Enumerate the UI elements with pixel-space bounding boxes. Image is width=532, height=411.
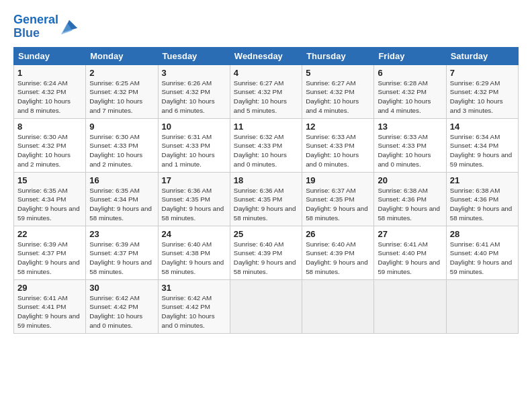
day-number: 10 (162, 122, 226, 132)
day-number: 29 (17, 283, 82, 293)
day-info: Sunrise: 6:26 AM Sunset: 4:32 PM Dayligh… (162, 79, 226, 116)
day-info: Sunrise: 6:31 AM Sunset: 4:33 PM Dayligh… (162, 132, 226, 169)
weekday-header-friday: Friday (374, 47, 446, 64)
day-info: Sunrise: 6:35 AM Sunset: 4:34 PM Dayligh… (89, 186, 154, 223)
day-number: 14 (450, 122, 515, 132)
day-info: Sunrise: 6:28 AM Sunset: 4:32 PM Dayligh… (378, 79, 442, 116)
day-number: 17 (162, 175, 226, 185)
calendar-cell (230, 279, 302, 333)
calendar-cell (374, 279, 446, 333)
calendar-cell: 5 Sunrise: 6:27 AM Sunset: 4:32 PM Dayli… (302, 64, 374, 118)
day-info: Sunrise: 6:40 AM Sunset: 4:39 PM Dayligh… (306, 240, 370, 277)
day-number: 12 (306, 122, 370, 132)
day-number: 25 (234, 229, 298, 239)
day-number: 9 (89, 122, 154, 132)
calendar-cell: 27 Sunrise: 6:41 AM Sunset: 4:40 PM Dayl… (374, 226, 446, 279)
weekday-header-thursday: Thursday (302, 47, 374, 64)
day-info: Sunrise: 6:34 AM Sunset: 4:34 PM Dayligh… (450, 132, 515, 169)
calendar-cell: 8 Sunrise: 6:30 AM Sunset: 4:32 PM Dayli… (14, 118, 86, 172)
calendar-cell: 9 Sunrise: 6:30 AM Sunset: 4:33 PM Dayli… (86, 118, 158, 172)
week-row-4: 22 Sunrise: 6:39 AM Sunset: 4:37 PM Dayl… (14, 226, 519, 279)
day-info: Sunrise: 6:32 AM Sunset: 4:33 PM Dayligh… (234, 132, 298, 169)
day-number: 27 (378, 229, 442, 239)
calendar-cell: 18 Sunrise: 6:36 AM Sunset: 4:35 PM Dayl… (230, 172, 302, 226)
calendar-cell: 2 Sunrise: 6:25 AM Sunset: 4:32 PM Dayli… (86, 64, 158, 118)
day-info: Sunrise: 6:41 AM Sunset: 4:41 PM Dayligh… (17, 293, 82, 330)
weekday-header-tuesday: Tuesday (158, 47, 230, 64)
calendar-cell: 7 Sunrise: 6:29 AM Sunset: 4:32 PM Dayli… (446, 64, 518, 118)
day-info: Sunrise: 6:38 AM Sunset: 4:36 PM Dayligh… (378, 186, 442, 223)
day-number: 3 (162, 68, 226, 78)
calendar-cell: 22 Sunrise: 6:39 AM Sunset: 4:37 PM Dayl… (14, 226, 86, 279)
calendar-cell: 19 Sunrise: 6:37 AM Sunset: 4:35 PM Dayl… (302, 172, 374, 226)
day-info: Sunrise: 6:27 AM Sunset: 4:32 PM Dayligh… (306, 79, 370, 116)
week-row-1: 1 Sunrise: 6:24 AM Sunset: 4:32 PM Dayli… (14, 64, 519, 118)
weekday-header-saturday: Saturday (446, 47, 518, 64)
calendar-cell: 20 Sunrise: 6:38 AM Sunset: 4:36 PM Dayl… (374, 172, 446, 226)
day-info: Sunrise: 6:37 AM Sunset: 4:35 PM Dayligh… (306, 186, 370, 223)
header: General Blue (13, 11, 519, 40)
day-number: 5 (306, 68, 370, 78)
day-number: 22 (17, 229, 82, 239)
logo-text: General Blue (13, 13, 58, 40)
day-number: 2 (89, 68, 154, 78)
day-info: Sunrise: 6:39 AM Sunset: 4:37 PM Dayligh… (89, 240, 154, 277)
calendar-cell: 15 Sunrise: 6:35 AM Sunset: 4:34 PM Dayl… (14, 172, 86, 226)
calendar-cell: 3 Sunrise: 6:26 AM Sunset: 4:32 PM Dayli… (158, 64, 230, 118)
calendar-cell: 21 Sunrise: 6:38 AM Sunset: 4:36 PM Dayl… (446, 172, 518, 226)
calendar-table: SundayMondayTuesdayWednesdayThursdayFrid… (13, 47, 519, 334)
day-info: Sunrise: 6:27 AM Sunset: 4:32 PM Dayligh… (234, 79, 298, 116)
calendar-cell: 29 Sunrise: 6:41 AM Sunset: 4:41 PM Dayl… (14, 279, 86, 333)
day-number: 8 (17, 122, 82, 132)
day-number: 4 (234, 68, 298, 78)
calendar-cell: 25 Sunrise: 6:40 AM Sunset: 4:39 PM Dayl… (230, 226, 302, 279)
day-number: 24 (162, 229, 226, 239)
day-info: Sunrise: 6:33 AM Sunset: 4:33 PM Dayligh… (378, 132, 442, 169)
calendar-cell: 11 Sunrise: 6:32 AM Sunset: 4:33 PM Dayl… (230, 118, 302, 172)
calendar-cell: 13 Sunrise: 6:33 AM Sunset: 4:33 PM Dayl… (374, 118, 446, 172)
day-number: 26 (306, 229, 370, 239)
day-number: 16 (89, 175, 154, 185)
page: General Blue SundayMondayTuesdayWednesda… (0, 0, 532, 411)
day-info: Sunrise: 6:42 AM Sunset: 4:42 PM Dayligh… (89, 293, 154, 330)
calendar-cell: 17 Sunrise: 6:36 AM Sunset: 4:35 PM Dayl… (158, 172, 230, 226)
calendar-cell: 16 Sunrise: 6:35 AM Sunset: 4:34 PM Dayl… (86, 172, 158, 226)
weekday-header-wednesday: Wednesday (230, 47, 302, 64)
day-info: Sunrise: 6:41 AM Sunset: 4:40 PM Dayligh… (378, 240, 442, 277)
day-info: Sunrise: 6:24 AM Sunset: 4:32 PM Dayligh… (17, 79, 82, 116)
calendar-cell: 4 Sunrise: 6:27 AM Sunset: 4:32 PM Dayli… (230, 64, 302, 118)
calendar-cell: 10 Sunrise: 6:31 AM Sunset: 4:33 PM Dayl… (158, 118, 230, 172)
weekday-header-monday: Monday (86, 47, 158, 64)
day-number: 19 (306, 175, 370, 185)
calendar-cell: 24 Sunrise: 6:40 AM Sunset: 4:38 PM Dayl… (158, 226, 230, 279)
day-number: 1 (17, 68, 82, 78)
day-number: 21 (450, 175, 515, 185)
day-number: 6 (378, 68, 442, 78)
calendar-cell: 31 Sunrise: 6:42 AM Sunset: 4:42 PM Dayl… (158, 279, 230, 333)
calendar-cell (446, 279, 518, 333)
weekday-header-sunday: Sunday (14, 47, 86, 64)
day-info: Sunrise: 6:40 AM Sunset: 4:39 PM Dayligh… (234, 240, 298, 277)
day-number: 13 (378, 122, 442, 132)
week-row-5: 29 Sunrise: 6:41 AM Sunset: 4:41 PM Dayl… (14, 279, 519, 333)
logo: General Blue (13, 13, 79, 40)
calendar-cell: 23 Sunrise: 6:39 AM Sunset: 4:37 PM Dayl… (86, 226, 158, 279)
calendar-cell: 30 Sunrise: 6:42 AM Sunset: 4:42 PM Dayl… (86, 279, 158, 333)
calendar-cell (302, 279, 374, 333)
day-info: Sunrise: 6:39 AM Sunset: 4:37 PM Dayligh… (17, 240, 82, 277)
day-info: Sunrise: 6:40 AM Sunset: 4:38 PM Dayligh… (162, 240, 226, 277)
week-row-2: 8 Sunrise: 6:30 AM Sunset: 4:32 PM Dayli… (14, 118, 519, 172)
day-info: Sunrise: 6:30 AM Sunset: 4:33 PM Dayligh… (89, 132, 154, 169)
day-info: Sunrise: 6:36 AM Sunset: 4:35 PM Dayligh… (162, 186, 226, 223)
day-info: Sunrise: 6:36 AM Sunset: 4:35 PM Dayligh… (234, 186, 298, 223)
day-number: 18 (234, 175, 298, 185)
day-info: Sunrise: 6:25 AM Sunset: 4:32 PM Dayligh… (89, 79, 154, 116)
weekday-header-row: SundayMondayTuesdayWednesdayThursdayFrid… (14, 47, 519, 64)
day-number: 7 (450, 68, 515, 78)
day-number: 11 (234, 122, 298, 132)
day-info: Sunrise: 6:30 AM Sunset: 4:32 PM Dayligh… (17, 132, 82, 169)
day-number: 30 (89, 283, 154, 293)
calendar-cell: 26 Sunrise: 6:40 AM Sunset: 4:39 PM Dayl… (302, 226, 374, 279)
calendar-cell: 6 Sunrise: 6:28 AM Sunset: 4:32 PM Dayli… (374, 64, 446, 118)
day-info: Sunrise: 6:42 AM Sunset: 4:42 PM Dayligh… (162, 293, 226, 330)
